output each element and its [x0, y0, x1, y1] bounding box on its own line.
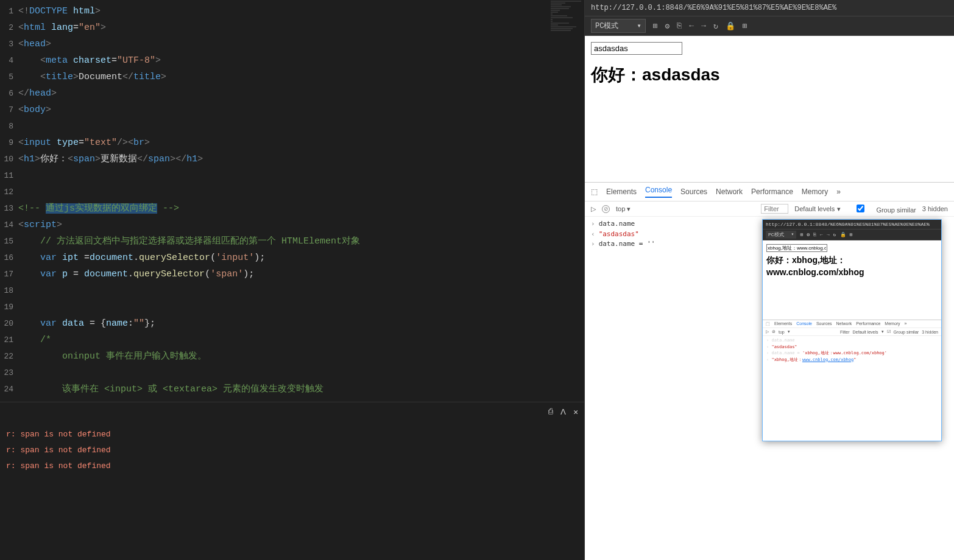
- forward-icon[interactable]: →: [701, 21, 706, 30]
- tab-memory[interactable]: Memory: [802, 187, 828, 196]
- tab-performance[interactable]: Performance: [751, 187, 793, 196]
- grid-icon[interactable]: ⊞: [743, 21, 747, 31]
- new-window-icon[interactable]: ⊞: [653, 21, 658, 31]
- terminal-close-icon[interactable]: ✕: [573, 407, 578, 417]
- preview-popup: http://127.0.0.1:8848/%E6%9A%91%E5%81%87…: [762, 219, 942, 441]
- page-preview: 你好：asdasdas: [585, 36, 954, 182]
- filter-input[interactable]: [761, 204, 788, 214]
- group-similar-checkbox[interactable]: Group similar: [847, 205, 916, 214]
- lock-icon: 🔒: [726, 21, 735, 31]
- clear-console-icon[interactable]: ⊘: [602, 205, 610, 213]
- tab-network[interactable]: Network: [716, 187, 743, 196]
- error-line: r: span is not defined: [6, 458, 578, 474]
- tab-elements[interactable]: Elements: [606, 187, 637, 196]
- terminal-export-icon[interactable]: ⎙: [548, 407, 553, 417]
- log-levels-select[interactable]: Default levels ▾: [794, 205, 841, 213]
- code-editor[interactable]: 123456789101112131415161718192021222324 …: [0, 0, 584, 402]
- code-content[interactable]: <!DOCTYPE html><html lang="en"><head> <m…: [18, 0, 584, 402]
- device-mode-select[interactable]: PC模式▾: [591, 19, 646, 33]
- popup-url: http://127.0.0.1:8848/%E6%9A%91%E5%81%87…: [763, 220, 941, 229]
- error-line: r: span is not defined: [6, 443, 578, 458]
- terminal-collapse-icon[interactable]: ᐱ: [560, 407, 566, 417]
- context-select[interactable]: top ▾: [616, 205, 631, 213]
- heading: 你好：asdasdas: [591, 63, 948, 86]
- error-line: r: span is not defined: [6, 427, 578, 443]
- terminal-panel: ⎙ ᐱ ✕ r: span is not defined r: span is …: [0, 402, 584, 560]
- settings-icon[interactable]: ⚙: [665, 21, 670, 31]
- screenshot-icon[interactable]: ⎘: [677, 21, 682, 30]
- play-icon[interactable]: ▷: [591, 205, 596, 213]
- browser-column: http://127.0.0.1:8848/%E6%9A%91%E5%81%87…: [585, 0, 954, 560]
- back-icon[interactable]: ←: [689, 21, 694, 30]
- inspector-icon[interactable]: ⬚: [591, 187, 598, 196]
- tab-more-icon[interactable]: »: [836, 187, 841, 196]
- editor-column: 123456789101112131415161718192021222324 …: [0, 0, 585, 560]
- line-gutter: 123456789101112131415161718192021222324: [0, 0, 18, 402]
- hidden-count: 3 hidden: [922, 205, 948, 212]
- reload-icon[interactable]: ↻: [713, 21, 718, 31]
- url-bar[interactable]: http://127.0.0.1:8848/%E6%9A%91%E5%81%87…: [585, 0, 954, 16]
- minimap[interactable]: [548, 0, 584, 152]
- popup-mode-select[interactable]: PC模式▾: [766, 231, 796, 239]
- popup-console-output: › data.name ‹ "asdasdas" › data.name = '…: [763, 336, 941, 364]
- terminal-output[interactable]: r: span is not defined r: span is not de…: [0, 402, 584, 480]
- popup-text-input[interactable]: [766, 244, 827, 252]
- tab-sources[interactable]: Sources: [680, 187, 707, 196]
- tab-console[interactable]: Console: [645, 186, 672, 198]
- devtools: ⬚ Elements Console Sources Network Perfo…: [585, 182, 954, 560]
- popup-heading: 你好：xbhog,地址：www.cnblog.com/xbhog: [766, 254, 938, 278]
- text-input[interactable]: [591, 42, 682, 55]
